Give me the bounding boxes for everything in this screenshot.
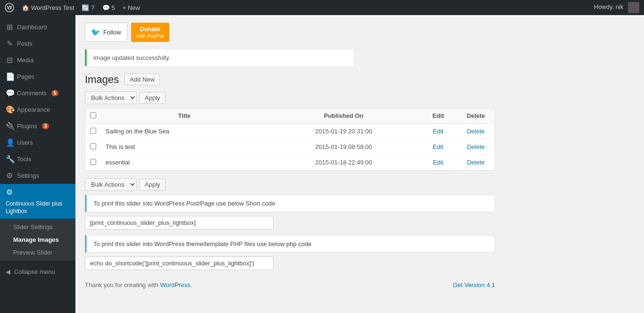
pages-icon: 📄 [6, 72, 13, 81]
success-notice: Image updated successfully. [85, 49, 354, 66]
row-checkbox-cell [85, 155, 101, 170]
page-title: Images [85, 74, 119, 86]
appearance-icon: 🎨 [6, 105, 13, 114]
collapse-menu[interactable]: ◀ Collapse menu [0, 264, 75, 279]
row-title: essential [101, 155, 268, 170]
updates-icon: 🔄 [82, 4, 89, 11]
sidebar-submenu-slider-settings[interactable]: Slider Settings [0, 221, 75, 233]
comments-icon: 💬 [6, 89, 13, 98]
table-row: Sailing on the Blue Sea 2015-01-19 20:31… [85, 124, 495, 139]
row-checkbox-cell [85, 124, 101, 139]
howdy[interactable]: Howdy, nik [594, 2, 639, 13]
main-content: 🐦 Follow Donate with PayPal Image update… [75, 15, 644, 313]
sidebar-item-comments[interactable]: 💬 Comments 5 [0, 85, 75, 101]
table-row: This is test 2015-01-19 08:58:00 Edit De… [85, 139, 495, 155]
row-checkbox[interactable] [90, 159, 96, 165]
sidebar-item-plugins[interactable]: 🔌 Plugins 3 [0, 118, 75, 134]
row-delete-cell: Delete [457, 124, 495, 139]
twitter-icon: 🐦 [91, 28, 100, 37]
table-header-title: Title [101, 108, 268, 124]
comments-badge: 5 [51, 90, 59, 96]
sidebar-item-tools[interactable]: 🔧 Tools [0, 151, 75, 167]
settings-icon: ⚙ [6, 171, 13, 180]
images-table: Title Published On Edit Delete Sailing o… [85, 108, 495, 171]
bulk-actions-bottom: Bulk Actions Apply [85, 178, 635, 191]
row-checkbox-cell [85, 139, 101, 155]
row-checkbox[interactable] [90, 143, 96, 149]
shortcode-theme-info: To print this slider into WordPress them… [85, 235, 495, 253]
row-edit-cell: Edit [420, 155, 457, 170]
version-link[interactable]: Get Version 4.1 [453, 281, 495, 288]
row-edit-cell: Edit [420, 124, 457, 139]
table-row: essential 2015-01-18 22:49:00 Edit Delet… [85, 155, 495, 170]
donate-button[interactable]: Donate with PayPal [131, 23, 169, 42]
row-checkbox[interactable] [90, 128, 96, 134]
row-delete-link[interactable]: Delete [467, 143, 485, 150]
media-icon: ⊟ [6, 56, 13, 65]
slider-plugin-icon: ⚙ [6, 188, 13, 197]
sidebar-submenu-preview-slider[interactable]: Preview Slider [0, 246, 75, 259]
sidebar-item-pages[interactable]: 📄 Pages [0, 68, 75, 85]
row-title: Sailing on the Blue Sea [101, 124, 268, 139]
follow-button[interactable]: 🐦 Follow [85, 23, 127, 42]
sidebar: ⊞ Dashboard ✎ Posts ⊟ Media 📄 Pages 💬 Co… [0, 15, 75, 313]
comments-bar[interactable]: 💬 5 [102, 4, 115, 11]
tools-icon: 🔧 [6, 155, 13, 164]
table-header-delete: Delete [457, 108, 495, 124]
row-delete-link[interactable]: Delete [467, 128, 485, 135]
admin-bar: W 🏠 WordPress Test 🔄 7 💬 5 + New Howdy, … [0, 0, 644, 15]
plugins-icon: 🔌 [6, 122, 13, 131]
row-delete-link[interactable]: Delete [467, 159, 485, 166]
row-edit-link[interactable]: Edit [433, 128, 443, 135]
plugin-submenu: Slider Settings Manage Images Preview Sl… [0, 219, 75, 261]
table-header-published: Published On [268, 108, 419, 124]
posts-icon: ✎ [6, 39, 13, 48]
collapse-icon: ◀ [6, 268, 10, 275]
sidebar-item-media[interactable]: ⊟ Media [0, 52, 75, 68]
comments-bar-icon: 💬 [102, 4, 110, 11]
row-edit-cell: Edit [420, 139, 457, 155]
row-published: 2015-01-19 08:58:00 [268, 139, 419, 155]
wp-logo[interactable]: W [5, 3, 14, 12]
site-name[interactable]: 🏠 WordPress Test [22, 4, 74, 11]
avatar [628, 2, 639, 13]
row-published: 2015-01-19 20:31:00 [268, 124, 419, 139]
home-icon: 🏠 [22, 4, 29, 11]
select-all-checkbox[interactable] [90, 112, 96, 118]
bulk-actions-top-apply[interactable]: Apply [140, 92, 165, 104]
bulk-actions-top-select[interactable]: Bulk Actions [85, 91, 137, 104]
svg-text:W: W [7, 5, 12, 10]
row-title: This is test [101, 139, 268, 155]
sidebar-item-posts[interactable]: ✎ Posts [0, 35, 75, 52]
new-content[interactable]: + New [123, 4, 140, 11]
row-edit-link[interactable]: Edit [433, 159, 443, 166]
table-header-check [85, 108, 101, 124]
bulk-actions-bottom-apply[interactable]: Apply [140, 179, 165, 190]
page-footer: Thank you for creating with WordPress. G… [85, 281, 495, 288]
row-delete-cell: Delete [457, 139, 495, 155]
sidebar-item-dashboard[interactable]: ⊞ Dashboard [0, 19, 75, 35]
bulk-actions-top: Bulk Actions Apply [85, 91, 635, 104]
page-title-area: Images Add New [85, 74, 635, 86]
plugins-badge: 3 [42, 123, 50, 129]
row-edit-link[interactable]: Edit [433, 143, 443, 150]
sidebar-item-settings[interactable]: ⚙ Settings [0, 167, 75, 184]
shortcode-post-info: To print this slider into WordPress Post… [85, 195, 495, 212]
sidebar-item-appearance[interactable]: 🎨 Appearance [0, 101, 75, 118]
top-buttons: 🐦 Follow Donate with PayPal [85, 23, 635, 42]
wordpress-link[interactable]: WordPress [160, 281, 190, 288]
sidebar-submenu-manage-images[interactable]: Manage Images [0, 233, 75, 246]
dashboard-icon: ⊞ [6, 23, 13, 32]
shortcode-theme-input[interactable] [85, 256, 273, 270]
bulk-actions-bottom-select[interactable]: Bulk Actions [85, 178, 137, 191]
users-icon: 👤 [6, 138, 13, 147]
table-header-edit: Edit [420, 108, 457, 124]
row-published: 2015-01-18 22:49:00 [268, 155, 419, 170]
add-new-button[interactable]: Add New [124, 74, 160, 85]
sidebar-item-continuous-slider[interactable]: ⚙ Continuous Slider plus Lightbox [0, 184, 75, 219]
shortcode-section: To print this slider into WordPress Post… [85, 195, 495, 270]
row-delete-cell: Delete [457, 155, 495, 170]
sidebar-item-users[interactable]: 👤 Users [0, 134, 75, 151]
updates[interactable]: 🔄 7 [82, 4, 94, 11]
shortcode-post-input[interactable] [85, 216, 273, 230]
